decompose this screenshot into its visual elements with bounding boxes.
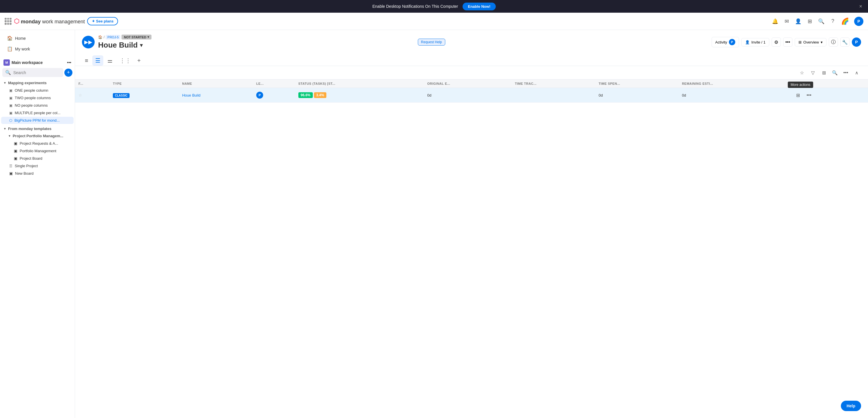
favorite-star-icon[interactable]: ☆ [79, 93, 82, 98]
tree-item-label: MULTIPLE people per col... [15, 111, 61, 115]
workspace-header[interactable]: M Main workspace ••• [0, 57, 75, 68]
invite-icon[interactable]: 👤 [795, 18, 801, 25]
sidebar-item-single-project[interactable]: ☰ Single Project [1, 162, 73, 170]
board-title-right: Activity P 👤 Invite / 1 ⚙ ••• ⊞ Overview… [712, 37, 861, 47]
rainbow-icon[interactable]: 🌈 [841, 18, 849, 25]
sidebar-item-bigpicture[interactable]: ⬡ BigPicture PPM for mond... [1, 117, 73, 124]
nav-tree: ▼ Mapping experiments ▣ ONE people colum… [0, 79, 75, 418]
invite-button[interactable]: 👤 Invite / 1 [741, 38, 769, 46]
view-tab-kanban[interactable]: ⋮⋮ [117, 55, 134, 66]
table-toolbar: ☆ ▽ ⊞ 🔍 ••• ∧ [75, 66, 868, 79]
table-layout-btn[interactable]: ⊞ [819, 68, 828, 77]
sidebar-item-portfolio[interactable]: ▣ Portfolio Management [1, 147, 73, 154]
sidebar-item-no-people[interactable]: ▣ NO people columns [1, 102, 73, 109]
breadcrumb-sep: / [103, 35, 104, 39]
cell-row-actions: ⊞ ••• More actions [790, 88, 868, 103]
add-board-button[interactable]: + [64, 69, 72, 77]
col-remaining: REMAINING ESTI... [678, 79, 790, 88]
mapping-section-header[interactable]: ▼ Mapping experiments [0, 79, 75, 86]
col-type: TYPE [110, 79, 179, 88]
col-original: ORIGINAL E... [424, 79, 512, 88]
search-add-row: 🔍 + [0, 68, 75, 79]
sidebar-item-new-board[interactable]: ▣ New Board [1, 170, 73, 177]
search-bar[interactable]: 🔍 [2, 68, 63, 77]
sidebar-item-project-requests[interactable]: ▣ Project Requests & A... [1, 140, 73, 147]
tree-section-mapping: ▼ Mapping experiments ▣ ONE people colum… [0, 79, 75, 124]
apps-icon[interactable]: ⊞ [807, 18, 813, 25]
request-help-badge[interactable]: Request Help [418, 39, 445, 45]
tree-item-label: New Board [15, 171, 33, 176]
caret-icon: ▼ [3, 127, 6, 130]
user-avatar[interactable]: P [854, 17, 863, 26]
classic-badge: CLASSIC [113, 93, 130, 98]
filter-toolbar-btn[interactable]: ▽ [809, 68, 817, 77]
activity-button[interactable]: Activity P [712, 37, 739, 47]
board-user-avatar[interactable]: P [852, 37, 861, 47]
table-header: F... TYPE NAME LE... STATUS (TASKS) [ST.… [75, 79, 868, 88]
search-nav-icon[interactable]: 🔍 [818, 18, 825, 25]
board-icon: ▣ [9, 104, 12, 107]
board-info: 🏠 / PROJ-5 NOT STARTED ▾ Houe Build ▾ [98, 35, 152, 49]
notification-bar: Enable Desktop Notifications On This Com… [0, 0, 868, 13]
board-name: Houe Build ▾ [98, 41, 152, 49]
global-nav: ⬡ monday work management ✦ See plans 🔔 ✉… [0, 13, 868, 30]
add-view-button[interactable]: + [135, 57, 143, 65]
row-grid-view-btn[interactable]: ⊞ [794, 91, 802, 100]
info-icon-btn[interactable]: ⓘ [829, 37, 838, 47]
nav-icons: 🔔 ✉ 👤 ⊞ 🔍 ? 🌈 P [772, 17, 863, 26]
settings-icon-btn[interactable]: ⚙ [772, 37, 781, 47]
sidebar-item-multiple-people[interactable]: ▣ MULTIPLE people per col... [1, 109, 73, 116]
search-toolbar-btn[interactable]: 🔍 [831, 68, 839, 77]
board-name-caret[interactable]: ▾ [140, 42, 143, 48]
notifications-icon[interactable]: 🔔 [772, 18, 778, 25]
home-icon: 🏠 [7, 35, 13, 41]
activity-avatar: P [729, 39, 735, 45]
more-toolbar-btn[interactable]: ••• [841, 68, 850, 77]
sidebar-item-mywork[interactable]: 📋 My work [5, 44, 70, 54]
sidebar-item-home[interactable]: 🏠 Home [5, 33, 70, 43]
view-tab-table[interactable]: ☰ [92, 55, 103, 66]
sidebar-item-two-people[interactable]: ▣ TWO people columns [1, 94, 73, 102]
sidebar-mywork-label: My work [15, 47, 30, 51]
portfolio-mgmt-section[interactable]: ▼ Project Portfolio Managem... [0, 132, 75, 140]
table-area: F... TYPE NAME LE... STATUS (TASKS) [ST.… [75, 79, 868, 418]
from-monday-header[interactable]: ▼ From monday templates [0, 125, 75, 132]
wrench-icon-btn[interactable]: 🔧 [840, 37, 849, 47]
overview-button[interactable]: ⊞ Overview ▾ [795, 38, 827, 46]
row-more-actions-btn[interactable]: ••• [805, 91, 813, 100]
board-icon: ▣ [9, 89, 12, 93]
row-name-link[interactable]: Houe Build [182, 93, 200, 98]
notif-message: Enable Desktop Notifications On This Com… [372, 4, 458, 9]
more-options-icon-btn[interactable]: ••• [783, 37, 793, 47]
enable-now-button[interactable]: Enable Now! [463, 3, 495, 10]
collapse-toolbar-btn[interactable]: ∧ [852, 68, 861, 77]
cell-time-track [512, 88, 595, 103]
mapping-section-label: Mapping experiments [8, 81, 47, 85]
sidebar-top: 🏠 Home 📋 My work [0, 30, 75, 57]
close-notif-icon[interactable]: × [859, 3, 862, 9]
play-button[interactable]: ▶▶ [82, 36, 95, 48]
help-nav-icon[interactable]: ? [830, 18, 836, 25]
see-plans-button[interactable]: ✦ See plans [87, 17, 118, 25]
status-badge: NOT STARTED ▾ [122, 35, 151, 39]
gantt-view-icon: ⚌ [107, 57, 113, 64]
board-title-row: ▶▶ 🏠 / PROJ-5 NOT STARTED ▾ Hou [82, 35, 861, 49]
table-row: ☆ CLASSIC Houe Build P [75, 88, 868, 103]
sidebar-item-one-people[interactable]: ▣ ONE people column [1, 87, 73, 94]
inbox-icon[interactable]: ✉ [783, 18, 790, 25]
more-actions-wrap: ••• More actions [805, 91, 813, 100]
board-title-left: ▶▶ 🏠 / PROJ-5 NOT STARTED ▾ Hou [82, 35, 152, 49]
view-tab-list[interactable]: ≡ [82, 56, 91, 66]
help-button[interactable]: Help [841, 401, 861, 411]
home-breadcrumb-icon: 🏠 [98, 35, 102, 39]
view-tab-gantt[interactable]: ⚌ [104, 55, 116, 66]
from-monday-label: From monday templates [8, 127, 51, 131]
star-toolbar-btn[interactable]: ☆ [798, 68, 806, 77]
cell-name: Houe Build [179, 88, 253, 103]
search-input[interactable] [13, 70, 60, 75]
col-time-spent: TIME SPEN... [595, 79, 679, 88]
sidebar-item-project-board[interactable]: ▣ Project Board [1, 155, 73, 162]
apps-grid-icon[interactable] [5, 18, 11, 25]
table-body: ☆ CLASSIC Houe Build P [75, 88, 868, 103]
tree-item-label: ONE people column [15, 88, 48, 93]
